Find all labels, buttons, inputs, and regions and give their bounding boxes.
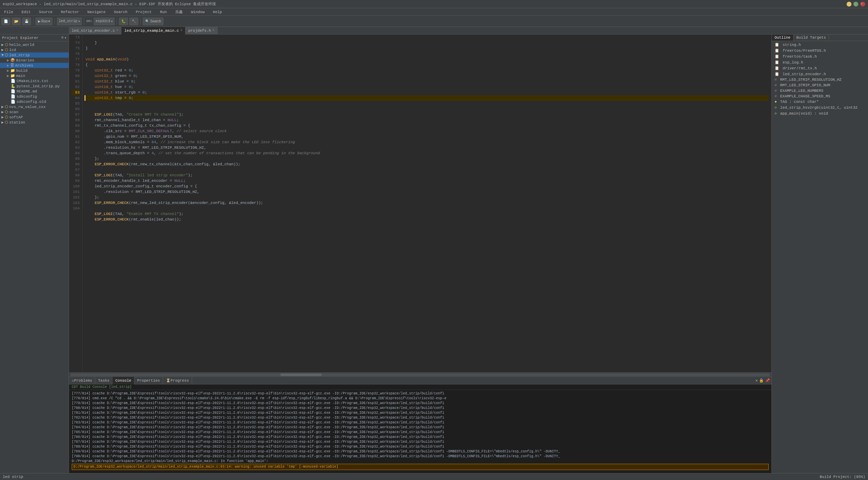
tree-build[interactable]: ▶ 📁 build bbox=[0, 68, 69, 73]
build-btn[interactable]: 🔨 bbox=[129, 18, 138, 25]
folder-icon: ▶ bbox=[7, 58, 9, 62]
outline-gpio-macro[interactable]: # RMT_LED_STRIP_GPIO_NUM bbox=[772, 82, 868, 88]
tree-nvs[interactable]: ▶ ⬡ nvs_rw_value_cxx bbox=[0, 104, 69, 109]
tree-led-strip[interactable]: ▼ ⬡ led_strip bbox=[0, 52, 69, 58]
target-name: esp32c3 bbox=[96, 19, 110, 23]
macro-icon: # bbox=[775, 94, 777, 98]
code-editor[interactable]: 7374757677 7879808182 83 8485868788 8990… bbox=[69, 35, 771, 372]
console-line: [784/814] ccache D:\Program_IDE\Espressi… bbox=[72, 425, 769, 430]
save-btn[interactable]: 💾 bbox=[22, 18, 31, 25]
tab-progress[interactable]: ⏳ Progress bbox=[163, 377, 192, 384]
menu-help[interactable]: Help bbox=[211, 9, 223, 15]
outline-task-h[interactable]: 📋 freertos/task.h bbox=[772, 53, 868, 59]
tree-pytest[interactable]: 🐍 pytest_led_strip.py bbox=[0, 84, 69, 89]
pin-console-btn[interactable]: 📌 bbox=[765, 378, 770, 383]
hscroll-thumb[interactable] bbox=[280, 373, 322, 376]
close-tab-encoder[interactable]: × bbox=[116, 29, 118, 32]
menu-window[interactable]: Window bbox=[190, 9, 206, 15]
tree-hello-world[interactable]: ▶ ⬡ hello_world bbox=[0, 42, 69, 47]
tab-build-targets[interactable]: Build Targets bbox=[794, 35, 829, 41]
maximize-btn[interactable]: □ bbox=[854, 2, 858, 7]
tree-station[interactable]: ▶ ⬡ station bbox=[0, 120, 69, 125]
outline-led-encoder-h[interactable]: 📋 led_strip_encoder.h bbox=[772, 71, 868, 77]
outline-tree: 📋 string.h 📋 freertos/FreeRTOS.h 📋 freer… bbox=[772, 41, 868, 117]
menu-edit[interactable]: Edit bbox=[20, 9, 32, 15]
tree-scan[interactable]: ▶ ⬡ scan bbox=[0, 109, 69, 115]
sdk-icon: 📄 bbox=[11, 94, 16, 99]
outline-rmt[interactable]: 📋 driver/rmt_tx.h bbox=[772, 65, 868, 71]
project-selector[interactable]: led_strip ▾ bbox=[57, 18, 82, 25]
tree-label: lcd bbox=[9, 48, 16, 52]
console-line: [783/814] ccache D:\Program_IDE\Espressi… bbox=[72, 420, 769, 425]
hscroll-bar[interactable] bbox=[69, 372, 771, 376]
sep1 bbox=[33, 18, 33, 25]
tab-led-strip-main[interactable]: led_strip_example_main.c × bbox=[121, 27, 185, 35]
tree-main[interactable]: ▶ 📁 main bbox=[0, 73, 69, 78]
tree-label: sdkconfig.old bbox=[17, 100, 46, 104]
open-btn[interactable]: 📂 bbox=[12, 18, 21, 25]
tab-problems[interactable]: ⚠ Problems bbox=[69, 377, 95, 384]
menu-project[interactable]: Project bbox=[134, 9, 153, 15]
outline-chase-speed-macro[interactable]: # EXAMPLE_CHASE_SPEED_MS bbox=[772, 94, 868, 99]
tab-label-encoder: led_strip_encoder.c bbox=[72, 29, 115, 33]
macro-icon: # bbox=[775, 83, 777, 87]
status-left: led strip bbox=[3, 475, 23, 479]
outline-tag-var[interactable]: ● TAG : const char* bbox=[772, 99, 868, 105]
clear-console-btn[interactable]: ✕ bbox=[755, 378, 758, 383]
search-btn[interactable]: 🔍 Search bbox=[143, 18, 163, 25]
tab-console[interactable]: Console bbox=[112, 377, 134, 384]
tab-tasks[interactable]: Tasks bbox=[95, 377, 112, 384]
console-content[interactable]: [777/814] ccache D:\Program_IDE\Espressi… bbox=[69, 390, 771, 473]
tree-label: main bbox=[16, 74, 25, 78]
menu-espressif[interactable]: 乐鑫 bbox=[174, 9, 184, 15]
close-btn[interactable]: × bbox=[860, 2, 865, 7]
scroll-lock-btn[interactable]: 🔒 bbox=[759, 378, 764, 383]
cmake-icon: 📄 bbox=[11, 79, 16, 83]
bottom-tabs: ⚠ Problems Tasks Console Properties ⏳ Pr… bbox=[69, 377, 771, 384]
outline-hsv2rgb[interactable]: ⊕ led_strip_hsv2rgb(uint32_t, uint32 bbox=[772, 105, 868, 110]
minimize-btn[interactable]: _ bbox=[847, 2, 851, 7]
outline-app-main[interactable]: ⊕ app_main(void) : void bbox=[772, 110, 868, 116]
outline-freertos[interactable]: 📋 freertos/FreeRTOS.h bbox=[772, 48, 868, 53]
menu-refactor[interactable]: Refactor bbox=[59, 9, 80, 15]
include-icon: 📋 bbox=[775, 49, 779, 53]
sdk-old-icon: 📄 bbox=[11, 99, 16, 104]
close-tab-main[interactable]: × bbox=[180, 29, 182, 32]
collapse-all-btn[interactable]: ≡ bbox=[61, 36, 64, 40]
outline-esp-log[interactable]: 📋 esp_log.h bbox=[772, 59, 868, 65]
tree-readme[interactable]: 📄 README.md bbox=[0, 89, 69, 94]
project-icon: ⬡ bbox=[5, 48, 8, 52]
line-numbers: 7374757677 7879808182 83 8485868788 8990… bbox=[69, 35, 83, 372]
code-text[interactable]: } } void app_main(void) { uint32_t red =… bbox=[83, 35, 771, 372]
tab-outline[interactable]: Outline bbox=[772, 35, 794, 41]
explorer-menu-btn[interactable]: ▾ bbox=[64, 36, 67, 40]
target-selector[interactable]: esp32c3 ▾ bbox=[94, 18, 114, 25]
progress-icon: ⏳ bbox=[166, 378, 171, 383]
close-tab-projdefs[interactable]: × bbox=[212, 29, 214, 32]
include-icon: 📋 bbox=[775, 60, 779, 65]
tree-softap[interactable]: ▶ ⬡ softAP bbox=[0, 115, 69, 120]
debug-btn[interactable]: 🐛 bbox=[119, 18, 128, 25]
menu-file[interactable]: File bbox=[3, 9, 14, 15]
tab-properties[interactable]: Properties bbox=[134, 377, 163, 384]
tree-label: Binaries bbox=[16, 58, 34, 62]
new-btn[interactable]: 📄 bbox=[1, 18, 10, 25]
run-dropdown[interactable]: ▶ Run ▾ bbox=[36, 18, 52, 25]
tree-cmakelists[interactable]: 📄 CMakeLists.txt bbox=[0, 78, 69, 84]
menu-navigate[interactable]: Navigate bbox=[86, 9, 107, 15]
outline-string-h[interactable]: 📋 string.h bbox=[772, 42, 868, 48]
outline-resolution-macro[interactable]: # RMT_LED_STRIP_RESOLUTION_HZ bbox=[772, 77, 868, 82]
tree-sdkconfig-old[interactable]: 📄 sdkconfig.old bbox=[0, 99, 69, 104]
tree-label: CMakeLists.txt bbox=[17, 79, 48, 83]
tree-lcd[interactable]: ▶ ⬡ lcd bbox=[0, 47, 69, 52]
outline-led-numbers-macro[interactable]: # EXAMPLE_LED_NUMBERS bbox=[772, 88, 868, 94]
menu-source[interactable]: Source bbox=[38, 9, 54, 15]
tab-led-strip-encoder[interactable]: led_strip_encoder.c × bbox=[69, 27, 121, 35]
menu-run[interactable]: Run bbox=[159, 9, 168, 15]
collapse-icon: ▶ bbox=[1, 110, 4, 114]
tab-projdefs[interactable]: projdefs.h × bbox=[186, 27, 218, 35]
tree-sdkconfig[interactable]: 📄 sdkconfig bbox=[0, 94, 69, 99]
menu-search[interactable]: Search bbox=[112, 9, 129, 15]
tree-binaries[interactable]: ▶ 📦 Binaries bbox=[0, 58, 69, 63]
tree-archives[interactable]: ▶ 🗄 Archives bbox=[0, 63, 69, 68]
